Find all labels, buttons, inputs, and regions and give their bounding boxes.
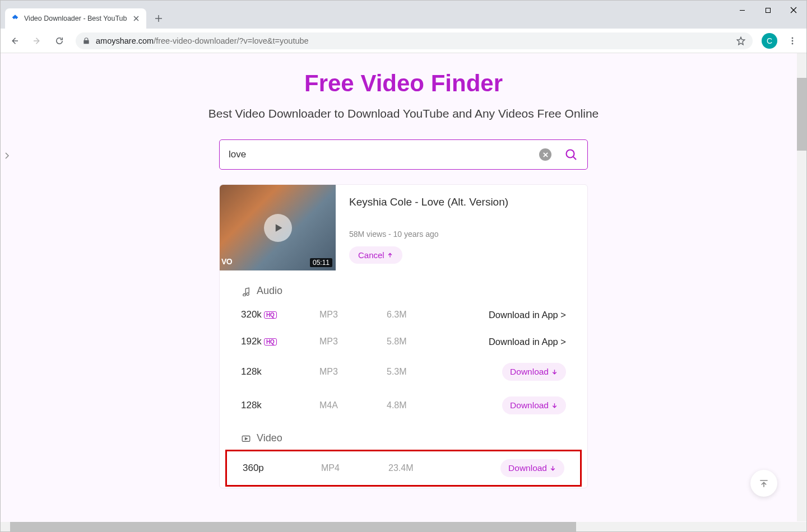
download-button[interactable]: Download bbox=[502, 396, 566, 414]
download-button[interactable]: Download bbox=[500, 459, 564, 477]
hq-badge: HQ bbox=[264, 338, 277, 346]
format-type: MP3 bbox=[319, 367, 387, 377]
site-favicon bbox=[11, 14, 20, 23]
svg-point-1 bbox=[792, 37, 794, 39]
row-action: Download bbox=[488, 396, 566, 414]
format-type: MP3 bbox=[319, 337, 387, 347]
play-icon[interactable] bbox=[264, 214, 292, 242]
video-section-header: Video bbox=[220, 422, 587, 449]
audio-section-header: Audio bbox=[220, 275, 587, 301]
audio-icon bbox=[241, 286, 251, 296]
video-thumbnail[interactable]: VO 05:11 bbox=[220, 185, 336, 270]
video-icon bbox=[241, 433, 251, 444]
result-meta: 58M views - 10 years ago bbox=[349, 230, 574, 239]
quality-label: 320kHQ bbox=[241, 309, 319, 320]
highlighted-row: 360pMP423.4MDownload bbox=[225, 450, 582, 487]
result-title: Keyshia Cole - Love (Alt. Version) bbox=[349, 196, 574, 208]
minimize-button[interactable] bbox=[729, 1, 755, 20]
browser-window: Video Downloader - Best YouTub bbox=[0, 0, 807, 532]
new-tab-button[interactable] bbox=[151, 11, 166, 26]
expand-drawer-icon[interactable] bbox=[1, 150, 13, 162]
download-label: Download bbox=[508, 463, 547, 473]
vertical-scrollbar[interactable] bbox=[797, 53, 806, 521]
svg-point-3 bbox=[792, 43, 794, 44]
quality-label: 128k bbox=[241, 400, 319, 411]
format-size: 5.3M bbox=[387, 367, 488, 377]
page-title: Free Video Finder bbox=[1, 70, 806, 97]
scroll-to-top-button[interactable] bbox=[750, 470, 777, 497]
url-text: amoyshare.com/free-video-downloader/?v=l… bbox=[96, 36, 736, 45]
format-size: 6.3M bbox=[387, 310, 488, 320]
format-size: 23.4M bbox=[388, 463, 489, 473]
tab-title: Video Downloader - Best YouTub bbox=[24, 15, 132, 22]
result-info: Keyshia Cole - Love (Alt. Version) 58M v… bbox=[336, 185, 587, 275]
horizontal-scrollbar-thumb[interactable] bbox=[10, 522, 576, 531]
tab-close-icon[interactable] bbox=[132, 14, 141, 23]
profile-avatar[interactable]: C bbox=[762, 33, 777, 49]
svg-point-4 bbox=[567, 150, 574, 158]
search-box bbox=[219, 139, 588, 170]
video-label: Video bbox=[257, 432, 282, 444]
download-in-app-link[interactable]: Download in App > bbox=[489, 337, 566, 347]
hq-badge: HQ bbox=[264, 311, 277, 319]
back-button[interactable] bbox=[5, 31, 24, 50]
search-icon[interactable] bbox=[564, 147, 578, 162]
vevo-badge: VO bbox=[220, 257, 232, 266]
page-subtitle: Best Video Downloader to Download YouTub… bbox=[1, 107, 806, 120]
avatar-letter: C bbox=[767, 36, 772, 45]
lock-icon bbox=[82, 37, 90, 45]
forward-button[interactable] bbox=[27, 31, 47, 50]
download-arrow-icon bbox=[551, 368, 558, 376]
row-action: Download in App > bbox=[488, 310, 566, 320]
row-action: Download bbox=[488, 363, 566, 381]
svg-rect-0 bbox=[766, 8, 770, 12]
download-label: Download bbox=[510, 400, 549, 410]
row-action: Download bbox=[489, 459, 564, 477]
titlebar: Video Downloader - Best YouTub bbox=[1, 1, 806, 29]
format-row: 192kHQMP35.8MDownload in App > bbox=[220, 328, 587, 355]
download-in-app-link[interactable]: Download in App > bbox=[489, 310, 566, 320]
vertical-scrollbar-thumb[interactable] bbox=[797, 78, 806, 151]
download-arrow-icon bbox=[551, 402, 558, 409]
quality-label: 192kHQ bbox=[241, 336, 319, 347]
result-card: VO 05:11 Keyshia Cole - Love (Alt. Versi… bbox=[219, 184, 588, 488]
browser-toolbar: amoyshare.com/free-video-downloader/?v=l… bbox=[1, 29, 806, 53]
download-arrow-icon bbox=[549, 465, 556, 472]
address-bar[interactable]: amoyshare.com/free-video-downloader/?v=l… bbox=[76, 32, 753, 49]
horizontal-scrollbar[interactable] bbox=[1, 522, 806, 531]
format-type: MP4 bbox=[321, 463, 388, 473]
cancel-label: Cancel bbox=[358, 250, 384, 260]
browser-menu-button[interactable] bbox=[783, 31, 802, 50]
video-duration: 05:11 bbox=[310, 258, 332, 267]
close-window-button[interactable] bbox=[781, 1, 806, 20]
browser-tab[interactable]: Video Downloader - Best YouTub bbox=[5, 8, 146, 29]
page-content: Free Video Finder Best Video Downloader … bbox=[1, 53, 806, 488]
format-row: 360pMP423.4MDownload bbox=[227, 451, 580, 485]
window-controls bbox=[729, 1, 806, 20]
audio-label: Audio bbox=[257, 285, 282, 297]
chevron-up-icon bbox=[387, 252, 393, 259]
download-button[interactable]: Download bbox=[502, 363, 566, 381]
format-type: M4A bbox=[319, 400, 387, 410]
format-row: 320kHQMP36.3MDownload in App > bbox=[220, 301, 587, 328]
content-area: Free Video Finder Best Video Downloader … bbox=[1, 53, 806, 531]
format-size: 4.8M bbox=[387, 400, 488, 410]
clear-search-icon[interactable] bbox=[539, 148, 551, 161]
format-row: 128kMP35.3MDownload bbox=[220, 355, 587, 389]
reload-button[interactable] bbox=[50, 31, 69, 50]
format-type: MP3 bbox=[319, 310, 387, 320]
maximize-button[interactable] bbox=[755, 1, 781, 20]
svg-point-2 bbox=[792, 40, 794, 41]
quality-label: 360p bbox=[243, 463, 321, 474]
result-header: VO 05:11 Keyshia Cole - Love (Alt. Versi… bbox=[220, 185, 587, 275]
cancel-button[interactable]: Cancel bbox=[349, 246, 402, 264]
search-input[interactable] bbox=[229, 149, 539, 160]
quality-label: 128k bbox=[241, 366, 319, 377]
row-action: Download in App > bbox=[488, 337, 566, 347]
bookmark-star-icon[interactable] bbox=[736, 36, 746, 46]
format-size: 5.8M bbox=[387, 337, 488, 347]
format-row: 128kM4A4.8MDownload bbox=[220, 389, 587, 422]
download-label: Download bbox=[510, 367, 549, 377]
